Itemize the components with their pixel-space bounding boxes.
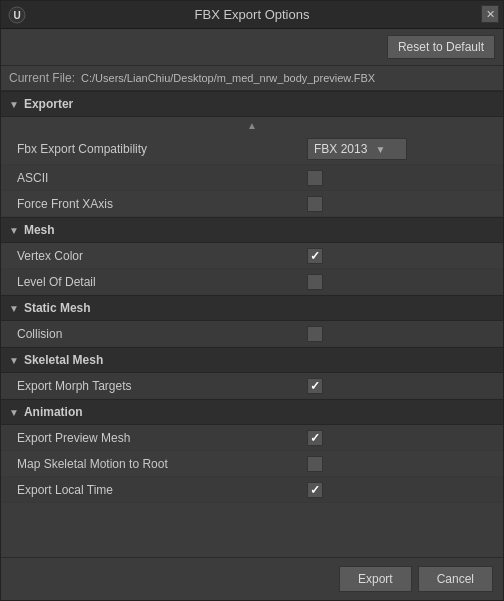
property-label-fbx_compat: Fbx Export Compatibility — [17, 142, 307, 156]
checkbox-map_skeletal[interactable] — [307, 456, 323, 472]
section-triangle-skeletal_mesh: ▼ — [9, 355, 19, 366]
property-control-force_front — [307, 196, 487, 212]
property-row-collision: Collision — [1, 321, 503, 347]
property-label-export_morph: Export Morph Targets — [17, 379, 307, 393]
current-file-label: Current File: — [9, 71, 75, 85]
property-label-ascii: ASCII — [17, 171, 307, 185]
property-control-export_morph — [307, 378, 487, 394]
property-label-export_local_time: Export Local Time — [17, 483, 307, 497]
svg-text:U: U — [13, 10, 20, 21]
property-control-export_local_time — [307, 482, 487, 498]
property-label-force_front: Force Front XAxis — [17, 197, 307, 211]
property-label-export_preview: Export Preview Mesh — [17, 431, 307, 445]
property-label-lod: Level Of Detail — [17, 275, 307, 289]
property-control-map_skeletal — [307, 456, 487, 472]
property-row-export_local_time: Export Local Time — [1, 477, 503, 503]
property-control-collision — [307, 326, 487, 342]
section-label-static_mesh: Static Mesh — [24, 301, 91, 315]
checkbox-export_preview[interactable] — [307, 430, 323, 446]
cancel-button[interactable]: Cancel — [418, 566, 493, 592]
section-label-skeletal_mesh: Skeletal Mesh — [24, 353, 103, 367]
scroll-indicator: ▲ — [1, 117, 503, 134]
property-row-force_front: Force Front XAxis — [1, 191, 503, 217]
section-header-exporter[interactable]: ▼Exporter — [1, 91, 503, 117]
property-label-collision: Collision — [17, 327, 307, 341]
section-label-mesh: Mesh — [24, 223, 55, 237]
property-label-map_skeletal: Map Skeletal Motion to Root — [17, 457, 307, 471]
checkbox-ascii[interactable] — [307, 170, 323, 186]
property-row-ascii: ASCII — [1, 165, 503, 191]
content-area: ▼Exporter▲Fbx Export CompatibilityFBX 20… — [1, 91, 503, 557]
property-row-vertex_color: Vertex Color — [1, 243, 503, 269]
ue-logo: U — [7, 5, 27, 25]
section-label-exporter: Exporter — [24, 97, 73, 111]
section-triangle-mesh: ▼ — [9, 225, 19, 236]
property-row-export_preview: Export Preview Mesh — [1, 425, 503, 451]
section-header-animation[interactable]: ▼Animation — [1, 399, 503, 425]
section-header-skeletal_mesh[interactable]: ▼Skeletal Mesh — [1, 347, 503, 373]
fbx-export-dialog: U FBX Export Options ✕ Reset to Default … — [0, 0, 504, 601]
property-row-fbx_compat: Fbx Export CompatibilityFBX 2013▼ — [1, 134, 503, 165]
checkbox-export_local_time[interactable] — [307, 482, 323, 498]
export-button[interactable]: Export — [339, 566, 412, 592]
dropdown-fbx_compat[interactable]: FBX 2013▼ — [307, 138, 407, 160]
section-triangle-animation: ▼ — [9, 407, 19, 418]
section-triangle-static_mesh: ▼ — [9, 303, 19, 314]
property-control-vertex_color — [307, 248, 487, 264]
property-label-vertex_color: Vertex Color — [17, 249, 307, 263]
dropdown-arrow-fbx_compat: ▼ — [375, 144, 385, 155]
section-header-static_mesh[interactable]: ▼Static Mesh — [1, 295, 503, 321]
window-title: FBX Export Options — [195, 7, 310, 22]
current-file-value: C:/Users/LianChiu/Desktop/m_med_nrw_body… — [81, 72, 375, 84]
checkbox-collision[interactable] — [307, 326, 323, 342]
checkbox-export_morph[interactable] — [307, 378, 323, 394]
footer: Export Cancel — [1, 557, 503, 600]
property-row-export_morph: Export Morph Targets — [1, 373, 503, 399]
section-label-animation: Animation — [24, 405, 83, 419]
current-file-row: Current File: C:/Users/LianChiu/Desktop/… — [1, 66, 503, 91]
checkbox-force_front[interactable] — [307, 196, 323, 212]
property-control-export_preview — [307, 430, 487, 446]
section-triangle-exporter: ▼ — [9, 99, 19, 110]
dropdown-value-fbx_compat: FBX 2013 — [314, 142, 367, 156]
property-control-fbx_compat: FBX 2013▼ — [307, 138, 487, 160]
checkbox-lod[interactable] — [307, 274, 323, 290]
reset-default-button[interactable]: Reset to Default — [387, 35, 495, 59]
close-button[interactable]: ✕ — [481, 5, 499, 23]
section-header-mesh[interactable]: ▼Mesh — [1, 217, 503, 243]
title-bar: U FBX Export Options ✕ — [1, 1, 503, 29]
property-control-lod — [307, 274, 487, 290]
property-row-lod: Level Of Detail — [1, 269, 503, 295]
property-row-map_skeletal: Map Skeletal Motion to Root — [1, 451, 503, 477]
toolbar: Reset to Default — [1, 29, 503, 66]
property-control-ascii — [307, 170, 487, 186]
checkbox-vertex_color[interactable] — [307, 248, 323, 264]
